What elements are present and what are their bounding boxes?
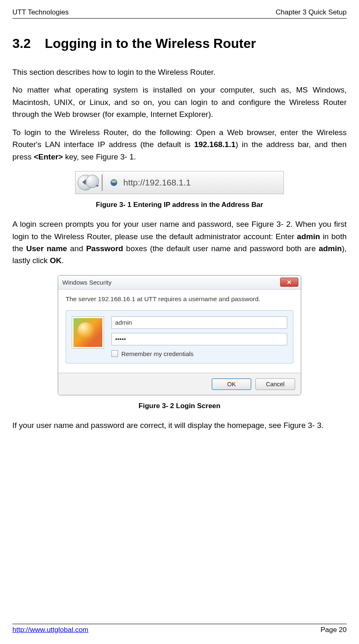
figure-address-bar: http://192.168.1.1 [12,171,347,194]
footer-page: Page 20 [321,626,347,634]
dialog-button-row: OK Cancel [58,373,301,395]
remember-credentials-row[interactable]: Remember my credentials [111,350,287,357]
svg-point-1 [111,180,116,183]
paragraph-homepage: If your user name and password are corre… [12,419,347,431]
address-bar-url[interactable]: http://192.168.1.1 [123,178,281,188]
close-button[interactable]: ✕ [280,278,298,287]
header-right: Chapter 3 Quick Setup [276,8,347,17]
figure-login-dialog: Windows Security ✕ The server 192.168.16… [12,275,347,395]
figure-2-caption: Figure 3- 2 Login Screen [12,402,347,410]
paragraph-intro: This section describes how to login to t… [12,66,347,78]
dialog-titlebar: Windows Security ✕ [58,276,301,290]
paragraph-login-steps: To login to the Wireless Router, do the … [12,126,347,163]
browser-back-forward[interactable] [78,173,99,192]
figure-1-caption: Figure 3- 1 Entering IP address in the A… [12,201,347,209]
dialog-title: Windows Security [62,279,111,286]
username-field[interactable]: admin [111,316,287,329]
header-left: UTT Technologies [12,8,68,17]
page-header: UTT Technologies Chapter 3 Quick Setup [12,8,347,19]
password-field[interactable]: ••••• [111,333,287,345]
close-icon: ✕ [287,279,292,285]
section-heading-text: Logging in to the Wireless Router [45,36,256,51]
paragraph-login-creds: A login screen prompts you for your user… [12,218,347,267]
dialog-message: The server 192.168.16.1 at UTT requires … [66,295,293,303]
section-number: 3.2 [12,36,31,51]
cancel-button[interactable]: Cancel [255,378,295,390]
windows-security-dialog: Windows Security ✕ The server 192.168.16… [58,275,301,395]
remember-label: Remember my credentials [121,350,194,357]
footer-url[interactable]: http://www.uttglobal.com [12,626,88,634]
page-footer: http://www.uttglobal.com Page 20 [12,624,347,634]
ok-button[interactable]: OK [212,378,251,390]
ie-icon [109,178,118,187]
browser-address-bar: http://192.168.1.1 [75,171,284,194]
user-avatar [72,316,104,349]
section-title: 3.2Logging in to the Wireless Router [12,36,347,51]
credentials-panel: admin ••••• Remember my credentials [66,310,293,364]
remember-checkbox[interactable] [111,350,118,357]
default-ip: 192.168.1.1 [194,140,235,149]
enter-key: <Enter> [34,152,63,161]
paragraph-os: No matter what operating system is insta… [12,84,347,120]
